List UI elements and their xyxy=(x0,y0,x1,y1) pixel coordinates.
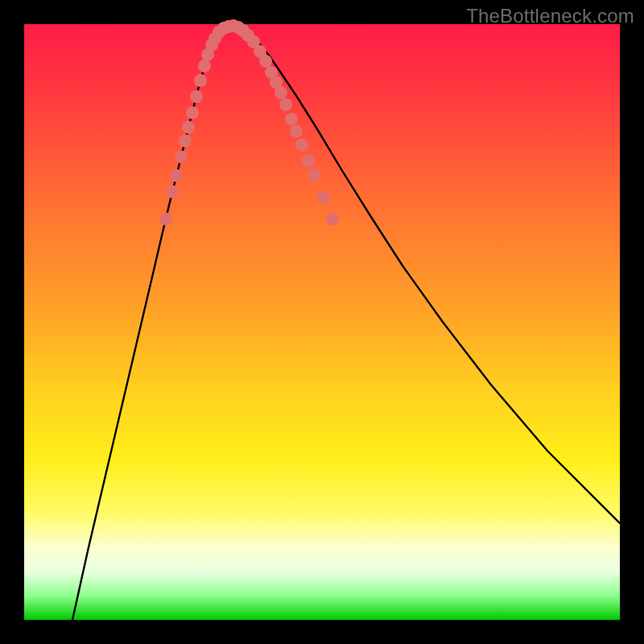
highlight-dot xyxy=(182,121,195,134)
plot-area xyxy=(24,24,620,620)
highlight-dot xyxy=(326,213,339,225)
v-curve-line xyxy=(72,26,620,620)
highlight-dot xyxy=(194,74,207,87)
highlight-dot xyxy=(190,90,203,103)
chart-frame: TheBottleneck.com xyxy=(0,0,644,644)
highlight-dot xyxy=(179,134,192,147)
highlight-dot xyxy=(302,155,315,167)
highlight-dot xyxy=(186,106,199,119)
highlight-dot xyxy=(170,169,183,182)
highlight-dot xyxy=(259,55,272,68)
highlight-dot xyxy=(198,60,211,72)
highlight-dot xyxy=(159,213,172,225)
chart-svg xyxy=(24,24,620,620)
highlight-dot xyxy=(275,86,287,99)
highlight-dot xyxy=(175,151,188,163)
highlight-dot xyxy=(166,185,179,198)
highlight-dot xyxy=(290,125,303,138)
highlight-dot xyxy=(317,191,330,204)
highlight-dot xyxy=(279,98,292,111)
watermark-text: TheBottleneck.com xyxy=(466,5,634,27)
highlight-dot xyxy=(295,138,308,151)
highlight-dot xyxy=(285,113,298,126)
highlight-dot xyxy=(308,168,320,181)
